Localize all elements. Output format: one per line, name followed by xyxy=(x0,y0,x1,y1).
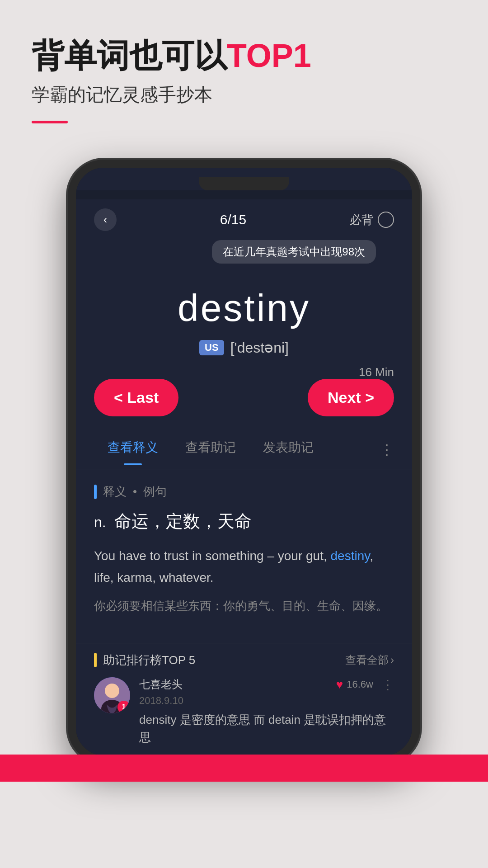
must-memorize[interactable]: 必背 xyxy=(350,212,394,228)
comment-header: 七喜老头 ♥ 16.6w ⋮ xyxy=(139,677,394,692)
word-display: destiny US ['destəni] xyxy=(76,273,412,365)
word-nav: ‹ 6/15 必背 xyxy=(76,199,412,240)
mnemonic-label-group: 助记排行榜TOP 5 xyxy=(94,652,195,668)
example-keyword: destiny xyxy=(331,549,370,563)
likes-count: 16.6w xyxy=(347,679,373,690)
avatar-rank-badge: 1 xyxy=(117,701,130,713)
user-avatar: 1 xyxy=(94,677,130,713)
phone-screen: ‹ 6/15 必背 在近几年真题考试中出现98次 destiny US ['de… xyxy=(76,199,412,755)
section-dot: • xyxy=(133,485,137,499)
example-chinese: 你必须要相信某些东西：你的勇气、目的、生命、因缘。 xyxy=(94,596,394,616)
section-sub: 例句 xyxy=(143,484,167,500)
view-all-text: 查看全部 xyxy=(345,653,389,667)
tab-definition[interactable]: 查看释义 xyxy=(94,434,172,465)
must-circle xyxy=(378,212,394,228)
comment-text: density 是密度的意思 而 detain 是耽误扣押的意思 xyxy=(139,711,394,746)
definition-section-header: 释义 • 例句 xyxy=(94,484,394,500)
user-comment: 1 七喜老头 ♥ 16.6w ⋮ 2018.9.10 xyxy=(94,677,394,746)
word-phonetic: US ['destəni] xyxy=(94,339,394,356)
tab-more-icon[interactable]: ⋮ xyxy=(380,441,394,458)
next-button[interactable]: Next > xyxy=(308,379,394,416)
comment-likes: ♥ 16.6w ⋮ xyxy=(336,677,394,692)
svg-point-1 xyxy=(105,684,119,698)
bottom-accent-bar xyxy=(0,755,488,782)
header-area: 背单词也可以TOP1 学霸的记忆灵感手抄本 xyxy=(0,0,488,160)
comment-content: 七喜老头 ♥ 16.6w ⋮ 2018.9.10 density 是密度的意思 … xyxy=(139,677,394,746)
example-english: You have to trust in something – your gu… xyxy=(94,545,394,588)
header-subtitle: 学霸的记忆灵感手抄本 xyxy=(32,82,456,107)
phone-wrapper: ‹ 6/15 必背 在近几年真题考试中出现98次 destiny US ['de… xyxy=(0,160,488,763)
word-english: destiny xyxy=(94,286,394,330)
last-button[interactable]: < Last xyxy=(94,379,178,416)
word-pos: n. xyxy=(94,514,106,530)
mnemonic-header: 助记排行榜TOP 5 查看全部 › xyxy=(94,652,394,668)
section-bar-yellow xyxy=(94,653,97,667)
phonetic-tag: US xyxy=(199,340,224,355)
word-meaning: 命运，定数，天命 xyxy=(114,512,252,531)
phone-notch xyxy=(199,177,289,190)
word-tabs: 查看释义 查看助记 发表助记 ⋮ xyxy=(76,430,412,470)
word-actions: 16 Min < Last Next > xyxy=(76,365,412,430)
heart-icon: ♥ xyxy=(336,678,343,692)
progress-indicator: 6/15 xyxy=(220,212,246,227)
main-title: 背单词也可以TOP1 xyxy=(32,36,456,75)
view-all-icon: › xyxy=(390,654,394,666)
phone-frame: ‹ 6/15 必背 在近几年真题考试中出现98次 destiny US ['de… xyxy=(68,160,420,763)
commenter-name: 七喜老头 xyxy=(139,677,183,692)
phonetic-text: ['destəni] xyxy=(230,339,289,356)
definition-text: n. 命运，定数，天命 xyxy=(94,509,394,534)
mnemonic-section: 助记排行榜TOP 5 查看全部 › xyxy=(76,643,412,755)
tab-post-mnemonic[interactable]: 发表助记 xyxy=(249,434,327,465)
back-button[interactable]: ‹ xyxy=(94,208,117,231)
back-icon: ‹ xyxy=(103,213,107,226)
must-label: 必背 xyxy=(350,212,373,228)
title-highlight: TOP1 xyxy=(227,38,311,74)
tab-mnemonic[interactable]: 查看助记 xyxy=(172,434,249,465)
comment-more-icon[interactable]: ⋮ xyxy=(381,677,394,692)
section-bar-blue xyxy=(94,485,97,499)
definition-section: 释义 • 例句 n. 命运，定数，天命 You have to trust in… xyxy=(76,470,412,642)
mnemonic-title: 助记排行榜TOP 5 xyxy=(103,652,195,668)
section-label: 释义 xyxy=(103,484,127,500)
header-decoration xyxy=(32,121,68,123)
comment-date: 2018.9.10 xyxy=(139,695,394,707)
time-indicator: 16 Min xyxy=(359,365,394,379)
view-all-button[interactable]: 查看全部 › xyxy=(345,653,394,667)
exam-badge: 在近几年真题考试中出现98次 xyxy=(212,240,376,264)
title-part1: 背单词也可以 xyxy=(32,38,227,74)
phone-top xyxy=(76,168,412,190)
